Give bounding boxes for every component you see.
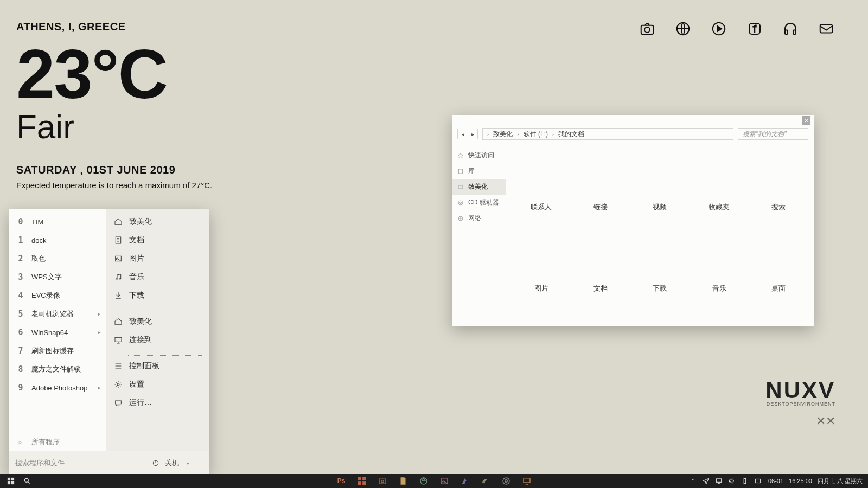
tray-volume-icon[interactable] xyxy=(728,477,736,485)
breadcrumb-item[interactable]: 我的文档 xyxy=(558,130,584,139)
chevron-right-icon: › xyxy=(487,131,489,137)
camera-icon[interactable] xyxy=(638,20,656,38)
headphones-icon[interactable] xyxy=(781,20,800,38)
places-item[interactable]: 文档 xyxy=(106,231,209,249)
explorer-sidebar: 快速访问 库 致美化 CD 驱动器 网络 xyxy=(452,142,506,326)
globe-icon[interactable] xyxy=(674,20,692,38)
clock-lunar: 四月 廿八 星期六 xyxy=(818,477,863,485)
sidebar-item[interactable]: 库 xyxy=(452,163,506,179)
folder-item[interactable]: 链接 xyxy=(571,153,630,234)
taskbar-app[interactable] xyxy=(357,476,367,486)
taskbar-clock[interactable]: 06-01 16:25:00 四月 廿八 星期六 xyxy=(768,477,863,485)
places-item[interactable]: 设置 xyxy=(106,375,209,394)
shutdown-button[interactable]: 关机 ▸ xyxy=(144,451,209,475)
start-menu: 0TIM 1dock 2取色 3WPS文字 4EVC录像 5老司机浏览器▸ 6W… xyxy=(9,209,209,475)
brand-logo: NUXV DESKTOPENVIRONMENT ✕✕ xyxy=(765,377,835,428)
facebook-icon[interactable] xyxy=(745,20,764,38)
program-item[interactable]: 6WinSnap64▸ xyxy=(9,323,106,342)
taskbar-app[interactable] xyxy=(460,476,470,486)
chevron-right-icon: ▸ xyxy=(98,311,101,317)
taskbar-app[interactable] xyxy=(398,476,408,486)
folder-item[interactable]: 搜索 xyxy=(749,153,808,234)
explorer-toolbar: ◂ ▸ › 致美化 › 软件 (L:) › 我的文档 搜索"我的文档" xyxy=(452,126,814,142)
breadcrumb-item[interactable]: 致美化 xyxy=(493,130,513,139)
program-item[interactable]: 2取色 xyxy=(9,249,106,268)
sidebar-item[interactable]: 网络 xyxy=(452,210,506,226)
svg-point-20 xyxy=(460,202,462,203)
start-menu-places: 致美化 文档 图片 音乐 下载 致美化 连接到 控制面板 设置 运行… xyxy=(106,209,209,451)
svg-rect-28 xyxy=(362,477,366,480)
nav-back-button[interactable]: ◂ xyxy=(458,129,468,139)
svg-point-35 xyxy=(503,478,509,484)
places-item[interactable]: 下载 xyxy=(106,286,209,305)
chevron-right-icon: ▸ xyxy=(98,330,101,335)
chevron-right-icon: › xyxy=(552,131,554,137)
taskbar-app-photoshop[interactable]: Ps xyxy=(336,476,346,486)
explorer-window: ✕ ◂ ▸ › 致美化 › 软件 (L:) › 我的文档 搜索"我的文档" 快速… xyxy=(452,115,814,326)
svg-point-26 xyxy=(24,478,28,482)
start-button[interactable] xyxy=(7,477,15,485)
program-item[interactable]: 1dock xyxy=(9,231,106,249)
svg-rect-39 xyxy=(744,478,746,483)
program-item[interactable]: 9Adobe Photoshop▸ xyxy=(9,378,106,397)
close-button[interactable]: ✕ xyxy=(802,116,810,125)
svg-point-11 xyxy=(116,279,117,280)
explorer-search-input[interactable]: 搜索"我的文档" xyxy=(738,128,808,140)
places-item[interactable]: 控制面板 xyxy=(106,357,209,375)
breadcrumb-item[interactable]: 软件 (L:) xyxy=(524,130,548,139)
taskbar-app[interactable] xyxy=(439,476,449,486)
folder-item[interactable]: 音乐 xyxy=(690,234,749,316)
tray-usb-icon[interactable] xyxy=(741,477,749,485)
weather-divider xyxy=(16,158,244,158)
svg-rect-15 xyxy=(116,401,122,404)
svg-rect-38 xyxy=(716,479,721,482)
tray-chevron-icon[interactable]: ⌃ xyxy=(689,477,697,485)
places-item[interactable]: 致美化 xyxy=(106,213,209,231)
svg-point-14 xyxy=(117,383,119,386)
places-item[interactable]: 致美化 xyxy=(106,312,209,331)
sidebar-item[interactable]: CD 驱动器 xyxy=(452,195,506,210)
svg-rect-8 xyxy=(116,237,120,243)
sidebar-item[interactable]: 快速访问 xyxy=(452,147,506,163)
start-search-input[interactable]: 搜索程序和文件 xyxy=(9,451,144,475)
taskbar-app-chrome[interactable] xyxy=(501,476,511,486)
explorer-titlebar[interactable]: ✕ xyxy=(452,115,814,126)
chevron-right-icon: ▸ xyxy=(98,385,101,390)
program-item[interactable]: 4EVC录像 xyxy=(9,286,106,305)
explorer-content: 联系人 链接 视频 收藏夹 搜索 图片 文档 下载 音乐 桌面 xyxy=(506,142,814,326)
tray-icon[interactable] xyxy=(702,477,710,485)
svg-point-12 xyxy=(119,278,121,279)
nav-forward-button[interactable]: ▸ xyxy=(468,129,477,139)
svg-rect-18 xyxy=(458,185,463,189)
taskbar-app[interactable] xyxy=(419,476,429,486)
program-item[interactable]: 0TIM xyxy=(9,213,106,231)
search-icon[interactable] xyxy=(23,477,31,485)
folder-item[interactable]: 联系人 xyxy=(512,153,571,234)
program-item[interactable]: 7刷新图标缓存 xyxy=(9,342,106,360)
program-item[interactable]: 8魔方之文件解锁 xyxy=(9,360,106,378)
breadcrumb[interactable]: › 致美化 › 软件 (L:) › 我的文档 xyxy=(482,128,733,140)
tray-ime-icon[interactable] xyxy=(754,477,762,485)
places-item[interactable]: 连接到 xyxy=(106,331,209,349)
program-item[interactable]: 5老司机浏览器▸ xyxy=(9,305,106,323)
places-item[interactable]: 图片 xyxy=(106,249,209,268)
folder-item[interactable]: 下载 xyxy=(630,234,690,316)
taskbar-app[interactable] xyxy=(522,476,532,486)
folder-item[interactable]: 文档 xyxy=(571,234,630,316)
folder-item[interactable]: 桌面 xyxy=(749,234,808,316)
places-item[interactable]: 运行… xyxy=(106,394,209,412)
play-icon[interactable] xyxy=(710,20,728,38)
program-item[interactable]: 3WPS文字 xyxy=(9,268,106,286)
chevron-right-icon: ▸ xyxy=(187,460,189,466)
folder-item[interactable]: 收藏夹 xyxy=(690,153,749,234)
taskbar-app[interactable] xyxy=(378,476,387,486)
all-programs[interactable]: ▷所有程序 xyxy=(9,433,106,451)
places-item[interactable]: 音乐 xyxy=(106,268,209,286)
tray-network-icon[interactable] xyxy=(715,477,723,485)
brand-title: NUXV xyxy=(765,377,835,403)
sidebar-item[interactable]: 致美化 xyxy=(452,179,506,195)
mail-icon[interactable] xyxy=(817,20,835,38)
folder-item[interactable]: 视频 xyxy=(630,153,690,234)
folder-item[interactable]: 图片 xyxy=(512,234,571,316)
taskbar-app[interactable] xyxy=(481,476,490,486)
